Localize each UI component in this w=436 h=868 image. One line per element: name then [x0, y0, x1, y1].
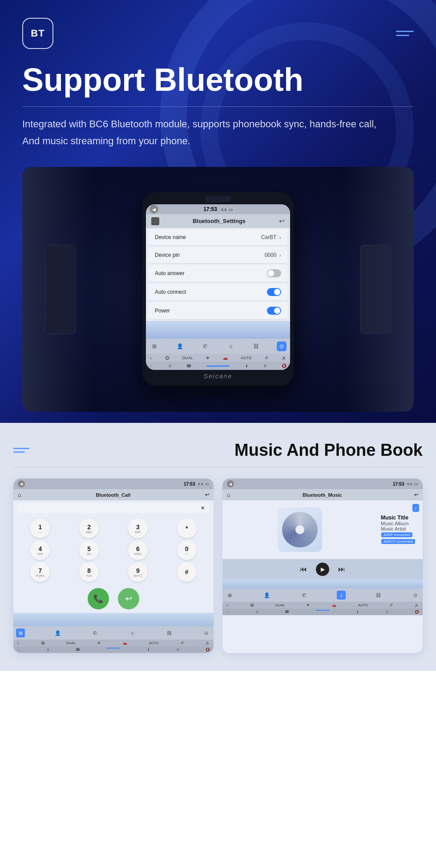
cnav-back[interactable]: ← — [17, 648, 20, 652]
call-home-icon[interactable]: ⌂ — [18, 491, 21, 498]
home-icon[interactable] — [151, 217, 159, 225]
cnav-mute[interactable]: 🔇 — [206, 648, 210, 652]
prev-button[interactable]: ⏮ — [300, 565, 307, 573]
auto-answer-toggle[interactable] — [267, 269, 281, 277]
sys-power[interactable]: ⏻ — [165, 356, 169, 360]
music-screen: ◀ 17:53 ∧∧ ▭ ⌂ Bluetooth_Music ↩ ♪ — [222, 479, 423, 653]
bottom-title: Music And Phone Book — [234, 441, 423, 460]
settings-row-device-name[interactable]: Device name CarBT › — [149, 229, 287, 246]
music-tb-grid[interactable]: ⊞ — [225, 591, 234, 600]
device-pin-value: 0000 — [265, 252, 277, 258]
sys-dual[interactable]: DUAL — [182, 356, 193, 360]
dial-9[interactable]: 9 WXYZ — [128, 562, 148, 582]
status-back[interactable]: ◀ — [149, 205, 158, 214]
music-home-icon[interactable]: ⌂ — [227, 491, 230, 498]
play-button[interactable]: ▶ — [316, 563, 329, 576]
sys-ac[interactable]: ❄ — [206, 356, 210, 360]
sys-vol[interactable]: 🔊 — [282, 356, 287, 360]
csys-car[interactable]: 🚗 — [123, 641, 127, 645]
dial-6[interactable]: 6 MNO — [128, 540, 148, 560]
nav-phone-2[interactable]: ☎ — [186, 364, 191, 368]
mnav-back[interactable]: ← — [226, 610, 230, 614]
auto-connect-toggle[interactable] — [267, 288, 281, 296]
dial-5[interactable]: 5 JKL — [79, 540, 99, 560]
music-tb-person[interactable]: 👤 — [262, 591, 271, 600]
nav-bottom: ← 0 ☎ 🌡 0 🔇 — [146, 362, 290, 370]
settings-row-power[interactable]: Power — [149, 302, 287, 320]
music-tb-music[interactable]: ♫ — [337, 591, 346, 600]
music-back-arrow[interactable]: ◀ — [227, 480, 234, 487]
taskbar-music[interactable]: ♫ — [226, 341, 236, 351]
settings-row-device-pin[interactable]: Device pin 0000 › — [149, 247, 287, 264]
cnav-phone[interactable]: ☎ — [76, 648, 80, 652]
dial-7[interactable]: 7 PQRS — [30, 562, 50, 582]
dial-8[interactable]: 8 TUV — [79, 562, 99, 582]
music-tb-camera[interactable]: ⊙ — [411, 591, 420, 600]
call-tb-camera[interactable]: ⊙ — [202, 629, 211, 637]
taskbar-person[interactable]: 👤 — [175, 341, 185, 351]
bottom-divider — [13, 467, 423, 467]
nav-back-arrow[interactable]: ← — [149, 364, 153, 368]
next-button[interactable]: ⏭ — [338, 565, 345, 573]
sys-car[interactable]: 🚗 — [223, 356, 228, 360]
status-icons: ∧∧ ▭ — [221, 207, 233, 212]
call-button[interactable]: 📞 — [88, 588, 109, 609]
call-back-arrow[interactable]: ◀ — [18, 480, 25, 487]
taskbar-camera[interactable]: ⊙ — [277, 341, 287, 351]
dialpad-search[interactable]: ✕ — [17, 503, 210, 513]
dial-hash[interactable]: # — [177, 562, 197, 582]
mnav-temp: 🌡 — [356, 610, 359, 614]
call-tb-music[interactable]: ♫ — [128, 629, 137, 637]
nav-vol-2[interactable]: 🔇 — [282, 364, 287, 368]
sys-home[interactable]: ⌂ — [149, 356, 152, 360]
mnav-mute[interactable]: 🔇 — [415, 610, 419, 614]
sys-arrows[interactable]: ↺ — [265, 356, 268, 360]
music-tb-link[interactable]: ⛓ — [374, 591, 383, 600]
signal-icon: ∧∧ — [221, 207, 227, 212]
settings-row-auto-connect[interactable]: Auto connect — [149, 284, 287, 301]
call-nav-back[interactable]: ↩ — [205, 492, 209, 498]
mnav-phone[interactable]: ☎ — [285, 610, 289, 614]
taskbar-link[interactable]: ⛓ — [251, 341, 261, 351]
bt-logo: BT — [22, 18, 53, 49]
msys-power[interactable]: ⏻ — [250, 603, 254, 607]
call-tb-person[interactable]: 👤 — [53, 629, 62, 637]
music-navbot: ← 0 ☎ 🌡 0 🔇 — [222, 608, 423, 615]
dial-0[interactable]: 0 + — [177, 540, 197, 560]
music-tb-phone[interactable]: ✆ — [299, 591, 308, 600]
dial-1[interactable]: 1 — — [30, 519, 50, 538]
msys-arrows[interactable]: ↺ — [390, 603, 393, 607]
csys-arrows[interactable]: ↺ — [181, 641, 184, 645]
power-toggle[interactable] — [267, 307, 281, 315]
taskbar-grid[interactable]: ⊞ — [149, 341, 159, 351]
dial-star[interactable]: * — [177, 519, 197, 538]
dial-2[interactable]: 2 ABC — [79, 519, 99, 538]
screen-inner: ◀ 17:53 ∧∧ ▭ Bluetooth_Settings ↩ — [146, 204, 290, 370]
redial-button[interactable]: ↩ — [118, 588, 139, 609]
taskbar-phone[interactable]: ✆ — [200, 341, 210, 351]
nav-back[interactable]: ↩ — [279, 217, 285, 225]
csys-vol[interactable]: 🔊 — [206, 641, 210, 645]
settings-row-auto-answer[interactable]: Auto answer — [149, 265, 287, 282]
msys-ac[interactable]: ❄ — [307, 603, 310, 607]
bottom-menu-icon[interactable] — [13, 448, 29, 453]
bottom-menu-line-2 — [13, 451, 25, 453]
csys-power[interactable]: ⏻ — [41, 641, 44, 645]
call-tb-phone[interactable]: ✆ — [90, 629, 99, 637]
call-tb-link[interactable]: ⛓ — [165, 629, 174, 637]
music-cd — [282, 512, 318, 548]
search-clear[interactable]: ✕ — [201, 505, 205, 511]
dial-3[interactable]: 3 DEF — [128, 519, 148, 538]
msys-car[interactable]: 🚗 — [332, 603, 336, 607]
csys-home[interactable]: ⌂ — [17, 641, 19, 645]
msys-home[interactable]: ⌂ — [226, 603, 228, 607]
msys-vol[interactable]: 🔊 — [415, 603, 419, 607]
call-wave — [13, 613, 214, 626]
sys-auto[interactable]: AUTO — [241, 356, 252, 360]
menu-icon[interactable] — [396, 31, 414, 36]
music-nav-back[interactable]: ↩ — [414, 492, 418, 498]
csys-ac[interactable]: ❄ — [97, 641, 101, 645]
call-tb-grid[interactable]: ⊞ — [16, 629, 25, 637]
dial-4[interactable]: 4 GHI — [30, 540, 50, 560]
car-screen-container: ◀ 17:53 ∧∧ ▭ Bluetooth_Settings ↩ — [22, 167, 414, 412]
